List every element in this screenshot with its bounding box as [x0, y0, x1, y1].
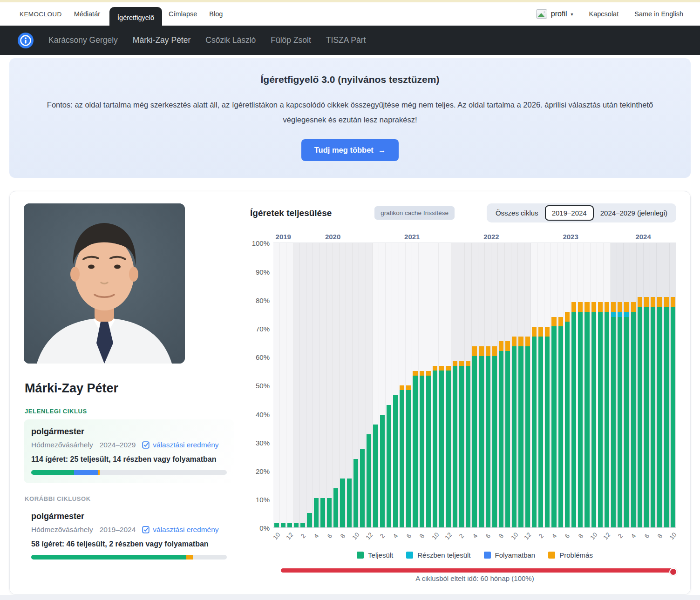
- chart-bar: [314, 243, 319, 527]
- chart-bar: [611, 243, 616, 527]
- bar-segment-seg-o: [605, 302, 609, 312]
- x-axis-slot: [306, 528, 313, 550]
- bar-segment-seg-g: [657, 307, 662, 527]
- language-switch-link[interactable]: Same in English: [634, 10, 683, 18]
- chart-bar-slot: [617, 243, 624, 527]
- x-axis-slot: 2: [617, 528, 624, 550]
- legend-swatch-blue: [484, 552, 491, 559]
- chart-bar: [532, 243, 537, 527]
- chart-bar: [492, 243, 497, 527]
- refresh-cache-button[interactable]: grafikon cache frissítése: [374, 206, 455, 220]
- bar-segment-seg-g: [380, 415, 385, 528]
- chart-bar: [618, 243, 622, 527]
- x-axis-slot: [425, 528, 432, 550]
- chart-bar-slot: [419, 243, 425, 527]
- top-menu-igeretfigyelo-active-tab[interactable]: Ígéretfigyelő: [109, 7, 162, 30]
- bar-segment-seg-g: [591, 312, 596, 528]
- legend-item-problemas[interactable]: Problémás: [548, 551, 593, 559]
- bar-segment-seg-g: [373, 425, 378, 527]
- chart-bar: [439, 243, 444, 527]
- chart-bar: [591, 243, 596, 527]
- elapsed-time-caption: A ciklusból eltelt idő: 60 hónap (100%): [273, 574, 676, 582]
- x-axis-tick-label: 4: [392, 533, 399, 539]
- chart-bar-slot: [386, 243, 392, 527]
- chart-bar: [551, 243, 556, 527]
- bar-segment-seg-g: [611, 317, 616, 528]
- info-icon[interactable]: [18, 33, 34, 48]
- chart-bar: [584, 243, 589, 527]
- bar-segment-seg-g: [413, 376, 417, 527]
- x-axis-slot: [505, 528, 511, 550]
- x-axis-slot: 8: [578, 528, 584, 550]
- chart-bar-slot: [412, 243, 419, 527]
- chart-bar-slot: [505, 243, 511, 527]
- nav-item-csozik-laszlo[interactable]: Csőzik László: [205, 35, 256, 45]
- current-election-result-link[interactable]: választási eredmény: [142, 441, 218, 449]
- tab-all-cycles[interactable]: Összes ciklus: [489, 205, 545, 221]
- banner-title: Ígéretfigyelő 3.0 (nyilvános tesztüzem): [37, 74, 663, 85]
- bar-segment-seg-o: [578, 302, 583, 312]
- nav-item-marki-zay-peter[interactable]: Márki-Zay Péter: [133, 35, 190, 45]
- bar-segment-seg-g: [320, 498, 325, 527]
- chart-bar-slot: [644, 243, 650, 527]
- previous-years: 2019–2024: [100, 526, 136, 534]
- bar-segment-seg-g: [274, 523, 279, 527]
- previous-promise-summary: 58 ígéret: 46 teljesült, 2 részben vagy …: [31, 540, 227, 548]
- chart-bar: [307, 243, 312, 527]
- bar-segment-seg-o: [512, 337, 517, 346]
- legend-item-folyamatban[interactable]: Folyamatban: [484, 551, 536, 559]
- top-menu-mediatar[interactable]: Médiatár: [74, 10, 100, 18]
- x-axis-tick-label: 2: [299, 533, 307, 539]
- bar-segment-seg-g: [638, 307, 642, 527]
- bar-segment-seg-g: [327, 498, 332, 527]
- chart-bar-slot: [458, 243, 465, 527]
- bar-segment-seg-o: [551, 317, 556, 327]
- chart-bar-slot: [333, 243, 340, 527]
- previous-election-result-link[interactable]: választási eredmény: [142, 526, 218, 534]
- x-axis-slot: [386, 528, 392, 550]
- chart-bar-slot: [544, 243, 551, 527]
- slider-track[interactable]: [281, 568, 676, 573]
- checkbox-icon: [142, 441, 150, 449]
- bar-segment-seg-g: [584, 312, 589, 528]
- beta-notice-banner: Ígéretfigyelő 3.0 (nyilvános tesztüzem) …: [9, 58, 691, 178]
- chart-bar-slot: [478, 243, 485, 527]
- brand-logo-text[interactable]: KEMOCLOUD: [20, 11, 62, 18]
- x-axis-slot: 4: [630, 528, 637, 550]
- x-axis-tick-label: 4: [471, 533, 479, 539]
- current-promise-summary: 114 ígéret: 25 teljesült, 14 részben vag…: [31, 455, 227, 464]
- nav-item-fulop-zsolt[interactable]: Fülöp Zsolt: [271, 35, 311, 45]
- bar-segment-seg-o: [644, 297, 649, 307]
- bar-segment-seg-o: [538, 327, 543, 337]
- chart-bar: [644, 243, 649, 527]
- x-axis-slot: 12: [445, 528, 452, 550]
- chart-bar-slot: [578, 243, 584, 527]
- x-axis-slot: [584, 528, 591, 550]
- bar-segment-seg-o: [571, 302, 576, 312]
- legend-swatch-cyan: [406, 552, 413, 559]
- current-election-result-label: választási eredmény: [153, 441, 218, 449]
- legend-item-teljesult[interactable]: Teljesült: [357, 551, 393, 559]
- current-progress-bar: [31, 470, 227, 475]
- tab-2019-2024[interactable]: 2019–2024: [545, 205, 594, 221]
- bar-segment-seg-g: [387, 405, 391, 527]
- nav-item-karacsony-gergely[interactable]: Karácsony Gergely: [48, 35, 118, 45]
- learn-more-button[interactable]: Tudj meg többet →: [301, 139, 399, 161]
- top-menu-kapcsolat[interactable]: Kapcsolat: [589, 10, 619, 18]
- x-axis-slot: [373, 528, 379, 550]
- previous-cycles-section-label: KORÁBBI CIKLUSOK: [25, 495, 234, 502]
- profile-menu[interactable]: profil ▾: [536, 9, 573, 19]
- chart-bar-slot: [273, 243, 280, 527]
- nav-item-tisza-part[interactable]: TISZA Párt: [326, 35, 366, 45]
- bar-segment-seg-g: [532, 337, 537, 528]
- top-menu-blog[interactable]: Blog: [209, 10, 223, 18]
- x-axis-slot: [293, 528, 300, 550]
- bar-segment-seg-g: [571, 312, 576, 528]
- tab-2024-2029[interactable]: 2024–2029 (jelenlegi): [594, 205, 674, 221]
- chart-bar-slot: [373, 243, 379, 527]
- legend-item-reszben-teljesult[interactable]: Részben teljesült: [406, 551, 470, 559]
- chart-bar: [426, 243, 431, 527]
- x-axis-slot: [399, 528, 406, 550]
- top-menu-cimlapse[interactable]: Címlapse: [169, 10, 197, 18]
- chart-bar: [459, 243, 464, 527]
